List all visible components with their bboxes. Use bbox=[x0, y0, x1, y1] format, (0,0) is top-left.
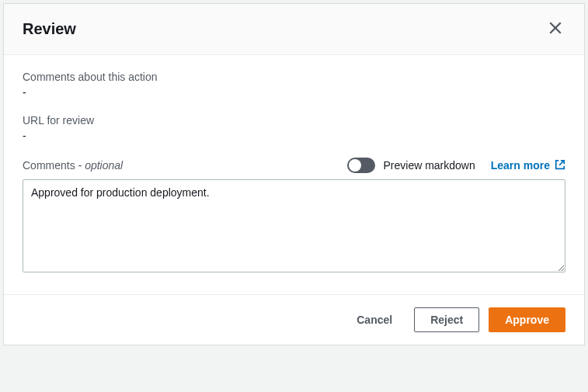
comments-about-action-label: Comments about this action bbox=[23, 71, 565, 83]
modal-body: Comments about this action - URL for rev… bbox=[4, 55, 584, 294]
comments-header-row: Comments - optional Preview markdown Lea… bbox=[23, 158, 565, 173]
url-for-review-label: URL for review bbox=[23, 114, 565, 127]
preview-markdown-wrap: Preview markdown bbox=[347, 158, 475, 173]
learn-more-link[interactable]: Learn more bbox=[491, 159, 565, 172]
comments-label: Comments bbox=[23, 159, 75, 172]
preview-markdown-toggle[interactable] bbox=[347, 158, 375, 173]
external-link-icon bbox=[555, 159, 565, 172]
preview-markdown-label: Preview markdown bbox=[383, 159, 475, 172]
url-for-review-value: - bbox=[23, 130, 565, 142]
cancel-button[interactable]: Cancel bbox=[344, 307, 405, 332]
learn-more-label: Learn more bbox=[491, 159, 550, 172]
toggle-knob bbox=[349, 159, 361, 172]
modal-title: Review bbox=[23, 20, 76, 38]
close-icon bbox=[548, 21, 562, 37]
comments-about-action-value: - bbox=[23, 86, 565, 99]
reject-button[interactable]: Reject bbox=[414, 307, 479, 332]
close-button[interactable] bbox=[545, 18, 565, 40]
svg-line-2 bbox=[559, 160, 564, 165]
comments-controls: Preview markdown Learn more bbox=[347, 158, 565, 173]
comments-optional-hint: - optional bbox=[75, 159, 123, 172]
modal-footer: Cancel Reject Approve bbox=[4, 294, 584, 345]
review-modal: Review Comments about this action - URL … bbox=[3, 3, 585, 345]
modal-header: Review bbox=[4, 4, 584, 55]
approve-button[interactable]: Approve bbox=[489, 307, 565, 332]
comments-label-wrap: Comments - optional bbox=[23, 159, 123, 172]
comments-textarea[interactable] bbox=[23, 179, 565, 272]
